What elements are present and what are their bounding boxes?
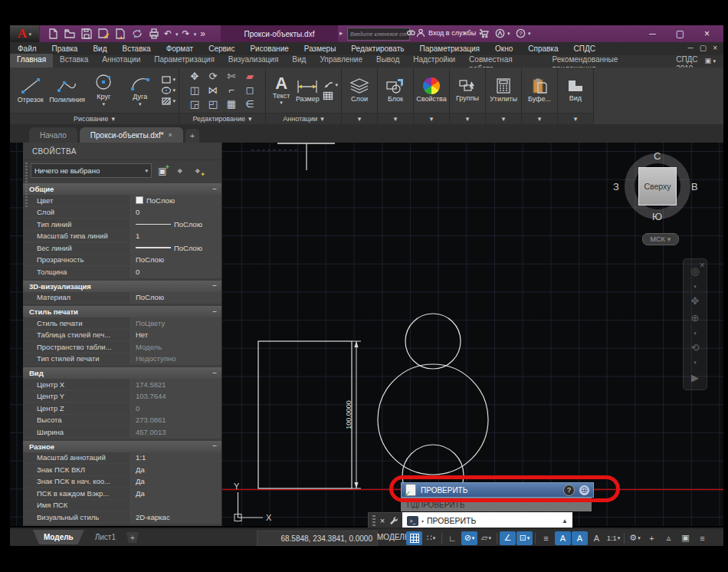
- save-button[interactable]: [80, 28, 93, 40]
- select-objects-button[interactable]: ⌖: [173, 164, 187, 177]
- ortho-toggle[interactable]: ∟: [444, 531, 461, 545]
- circle-dropdown-icon[interactable]: ▾: [102, 101, 105, 107]
- menu-insert[interactable]: Вставка: [114, 44, 158, 53]
- viewcube-south[interactable]: Ю: [652, 211, 662, 222]
- help-search-input[interactable]: Введите ключевое слово/фразу: [347, 28, 410, 41]
- prop-row-center-y[interactable]: Центр Y 103.7644: [23, 391, 221, 403]
- model-tab[interactable]: Модель: [33, 530, 84, 544]
- new-layout-button[interactable]: +: [126, 532, 139, 543]
- prop-row-visual-style[interactable]: Визуальный стиль 2D-каркас: [23, 511, 221, 524]
- minimize-button[interactable]: ─: [649, 29, 656, 38]
- ribbon-tab-view[interactable]: Вид: [285, 54, 313, 67]
- polar-dropdown-icon[interactable]: ▾: [472, 535, 475, 541]
- command-wrench-icon[interactable]: [389, 516, 398, 525]
- clipboard-panel-footer[interactable]: ▾: [522, 113, 557, 124]
- maximize-button[interactable]: ▢: [676, 29, 684, 38]
- suggestion-help-icon[interactable]: ?: [563, 485, 575, 496]
- navigation-wheel-icon[interactable]: ◎: [690, 266, 699, 276]
- rectangle-shape[interactable]: [258, 341, 352, 488]
- doc-restore-button[interactable]: ▢: [700, 44, 707, 52]
- file-tab-document[interactable]: Прокси-объекты.dxf* ×: [80, 127, 183, 143]
- menu-tools[interactable]: Сервис: [201, 44, 242, 53]
- prop-row-material[interactable]: Материал ПоСлою: [23, 292, 221, 304]
- clean-screen-button[interactable]: ▣: [677, 531, 694, 545]
- section-general[interactable]: Общие −: [23, 183, 221, 195]
- rotate-tool[interactable]: ⟳: [209, 71, 218, 81]
- command-close-icon[interactable]: ×: [380, 516, 385, 525]
- ribbon-tab-visualize[interactable]: Визуализация: [221, 54, 285, 67]
- annotation-scale-button[interactable]: 1:1▾: [605, 531, 621, 545]
- collapse-icon[interactable]: −: [212, 308, 217, 316]
- prop-row-height[interactable]: Высота 273.0861: [23, 415, 221, 427]
- osnap-dropdown-icon[interactable]: ▾: [527, 535, 530, 541]
- prop-row-plotstyle-table[interactable]: Таблица стилей печ... Нет: [23, 330, 221, 342]
- copy-tool[interactable]: ◫: [190, 85, 199, 95]
- large-circle[interactable]: [378, 364, 488, 475]
- utilities-button[interactable]: Утилиты: [486, 67, 521, 113]
- quick-select-button[interactable]: ▣+: [156, 164, 169, 177]
- customization-button[interactable]: ≡: [694, 531, 710, 545]
- ribbon-tab-featured-apps[interactable]: Рекомендованные приложения: [546, 54, 670, 67]
- ribbon-tab-home[interactable]: Главная: [10, 54, 53, 67]
- properties-button[interactable]: Свойства: [414, 67, 449, 113]
- prop-row-ucs-per-viewport[interactable]: ПСК в каждом Вэкр... Да: [23, 488, 221, 500]
- prop-row-lineweight[interactable]: Вес линий ПоСлою: [23, 242, 221, 255]
- collapse-icon[interactable]: −: [212, 186, 217, 193]
- small-top-circle[interactable]: [405, 314, 461, 369]
- leader-tool[interactable]: ▾: [323, 81, 338, 90]
- ribbon-tab-parametric[interactable]: Параметризация: [147, 54, 221, 67]
- help-button[interactable]: ? ▾: [516, 28, 531, 38]
- grid-toggle[interactable]: [406, 531, 422, 545]
- prop-row-linetype[interactable]: Тип линий ПоСлою: [23, 219, 221, 231]
- clipboard-button[interactable]: Буфе...: [522, 67, 557, 113]
- command-suggestion-2[interactable]: ПДПРОВЕРИТЬ: [401, 498, 592, 511]
- menu-dimensions[interactable]: Размеры: [297, 44, 344, 53]
- command-input[interactable]: >_ ▾ ПРОВЕРИТЬ ▲: [402, 512, 572, 529]
- isolate-objects-button[interactable]: ▵: [661, 531, 677, 545]
- doc-minimize-button[interactable]: ─: [688, 44, 694, 52]
- palette-grip[interactable]: [25, 163, 28, 209]
- prop-row-ucs-origin[interactable]: Знак ПСК в нач. коо... Да: [23, 476, 221, 488]
- ribbon-tab-manage[interactable]: Управление: [313, 54, 369, 67]
- menu-spds[interactable]: СПДС: [566, 44, 603, 53]
- selection-dropdown[interactable]: Ничего не выбрано ▾: [31, 163, 152, 178]
- annotation-panel-footer[interactable]: Аннотации▾: [266, 113, 341, 124]
- cart-icon[interactable]: [479, 29, 489, 38]
- layout1-tab[interactable]: Лист1: [84, 530, 126, 544]
- wcs-dropdown[interactable]: МСК ▾: [642, 233, 679, 245]
- dimension-tool[interactable]: Размер: [295, 78, 320, 103]
- viewcube-north[interactable]: С: [654, 150, 661, 162]
- section-misc[interactable]: Разное −: [23, 441, 221, 452]
- workspace-settings-button[interactable]: ⚙▾: [627, 531, 643, 545]
- undo-dropdown-icon[interactable]: ▾: [175, 31, 179, 37]
- prop-row-center-x[interactable]: Центр X 174.5821: [23, 379, 221, 391]
- menu-help[interactable]: Справка: [520, 44, 566, 53]
- table-tool[interactable]: [323, 91, 338, 100]
- autodesk-app-icon[interactable]: ▾: [495, 28, 510, 38]
- undo-button[interactable]: ↶: [164, 29, 172, 38]
- tray-settings-button[interactable]: +: [644, 531, 660, 545]
- qat-overflow-button[interactable]: »: [200, 29, 205, 38]
- redo-dropdown-icon[interactable]: ▾: [194, 31, 197, 37]
- prop-row-linetype-scale[interactable]: Масштаб типа линий 1: [23, 231, 221, 243]
- signin-control[interactable]: Вход в службы ▾: [416, 28, 482, 38]
- export-button[interactable]: [113, 28, 126, 40]
- orbit-icon[interactable]: ⟲: [691, 343, 700, 353]
- menu-parametric[interactable]: Параметризация: [412, 44, 487, 53]
- sync-button[interactable]: [130, 28, 143, 40]
- showmotion-icon[interactable]: ▶: [691, 373, 699, 383]
- prop-row-annot-scale[interactable]: Масштаб аннотаций 1:1: [23, 452, 221, 465]
- object-snap-tracking-toggle[interactable]: ∠: [500, 531, 516, 545]
- collapse-icon[interactable]: −: [212, 442, 217, 450]
- utilities-panel-footer[interactable]: ▾: [486, 113, 521, 124]
- redo-button[interactable]: ↷: [182, 29, 190, 38]
- section-plotstyle[interactable]: Стиль печати −: [23, 306, 221, 317]
- command-history-icon[interactable]: ▲: [562, 518, 568, 524]
- prop-row-center-z[interactable]: Центр Z 0: [23, 403, 221, 415]
- mirror-tool[interactable]: ⋈: [208, 85, 218, 95]
- rectangle-tool[interactable]: ▾: [161, 75, 176, 84]
- arc-dropdown-icon[interactable]: ▾: [139, 101, 142, 107]
- app-menu-button[interactable]: A ▾: [10, 25, 40, 42]
- scale-tool[interactable]: ◰: [208, 99, 218, 109]
- workspace-dropdown-icon[interactable]: ▾: [638, 535, 641, 541]
